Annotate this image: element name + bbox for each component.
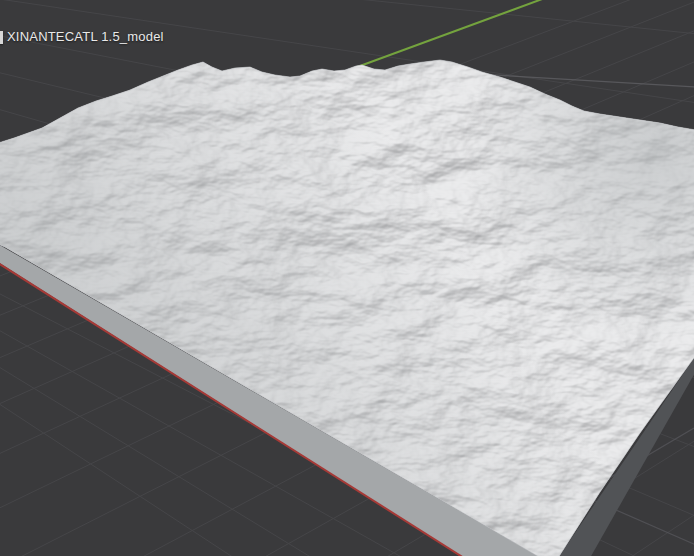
viewport-scene[interactable]	[0, 0, 694, 556]
object-data-icon	[0, 31, 3, 44]
active-object-label: XINANTECATL 1.5_model	[7, 29, 164, 44]
3d-viewport[interactable]: XINANTECATL 1.5_model	[0, 0, 694, 556]
